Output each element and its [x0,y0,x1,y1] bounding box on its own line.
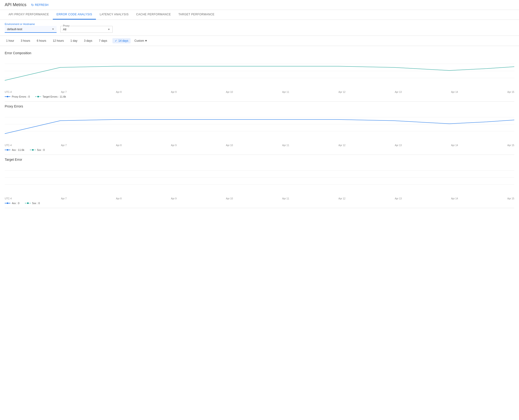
custom-label: Custom [134,39,144,42]
proxy-errors-section: Proxy Errors UTC-4 Apr 7 Apr 8 Apr 9 Apr… [5,105,514,155]
refresh-button[interactable]: ↻ REFRESH [31,3,48,7]
env-filter-label: Environment or Hostname [5,23,57,25]
error-composition-svg [5,57,514,85]
legend-proxy-errors-line-icon [5,95,10,98]
proxy-errors-legend: 4xx : 11.6k 5xx : 0 [5,149,514,151]
target-error-section: Target Error UTC-4 Apr 7 Apr 8 Apr 9 Apr… [5,158,514,208]
legend-4xx-label: 4xx : 11.6k [12,149,24,151]
legend-target-errors-label: Target Errors : 11.6k [42,95,66,98]
proxy-select-value: All [63,28,66,31]
tab-bar: API PROXY PERFORMANCE ERROR CODE ANALYSI… [0,10,519,20]
error-composition-legend: Proxy Errors : 0 Target Errors : 11.6k [5,95,514,98]
svg-point-18 [7,202,8,204]
error-composition-title: Error Composition [5,51,514,55]
legend-target-5xx: 5xx : 0 [25,202,40,205]
target-error-title: Target Error [5,158,514,161]
proxy-dropdown-icon: ▼ [108,28,110,31]
time-3hours[interactable]: 3 hours [19,38,32,43]
legend-target-4xx: 4xx : 0 [5,202,19,205]
legend-4xx: 4xx : 11.6k [5,149,24,151]
legend-5xx: 5xx : 0 [30,149,45,151]
legend-proxy-errors-label: Proxy Errors : 0 [12,95,30,98]
error-composition-chart [5,57,514,90]
tab-error-code[interactable]: ERROR CODE ANALYSIS [53,10,96,20]
refresh-icon: ↻ [31,3,34,7]
target-error-legend: 4xx : 0 5xx : 0 [5,202,514,205]
tab-target[interactable]: TARGET PERFORMANCE [175,10,218,20]
tab-api-proxy[interactable]: API PROXY PERFORMANCE [5,10,53,20]
page-title: API Metrics [5,2,26,7]
legend-5xx-label: 5xx : 0 [37,149,45,151]
proxy-select[interactable]: All ▼ [63,28,110,31]
error-composition-xaxis: UTC-4 Apr 7 Apr 8 Apr 9 Apr 10 Apr 11 Ap… [5,90,514,94]
legend-proxy-errors: Proxy Errors : 0 [5,95,30,98]
env-select-value: default-test [7,27,22,31]
svg-rect-20 [27,202,29,204]
proxy-errors-chart [5,110,514,143]
time-3days[interactable]: 3 days [83,38,94,43]
target-error-svg [5,163,514,192]
target-error-xaxis: UTC-4 Apr 7 Apr 8 Apr 9 Apr 10 Apr 11 Ap… [5,197,514,200]
time-7days[interactable]: 7 days [98,38,109,43]
tab-latency[interactable]: LATENCY ANALYSIS [96,10,132,20]
time-14days[interactable]: ✓ 14 days [113,38,131,43]
proxy-errors-title: Proxy Errors [5,105,514,108]
env-filter-group: Environment or Hostname default-test ▼ [5,23,57,33]
svg-rect-13 [32,149,33,151]
legend-5xx-line-icon [30,149,36,151]
legend-target-4xx-line-icon [5,202,10,205]
proxy-filter-group: Proxy All ▼ [60,26,113,33]
env-dropdown-icon: ▼ [52,28,54,30]
proxy-filter-label: Proxy [62,24,70,27]
time-12hours[interactable]: 12 hours [51,38,65,43]
legend-target-4xx-label: 4xx : 0 [12,202,19,205]
time-6hours[interactable]: 6 hours [35,38,48,43]
svg-point-4 [7,96,8,97]
legend-target-5xx-line-icon [25,202,31,205]
proxy-errors-xaxis: UTC-4 Apr 7 Apr 8 Apr 9 Apr 10 Apr 11 Ap… [5,143,514,147]
tab-cache[interactable]: CACHE PERFORMANCE [132,10,175,20]
check-icon: ✓ [115,39,117,42]
time-1hour[interactable]: 1 hour [5,38,15,43]
header: API Metrics ↻ REFRESH [0,0,519,10]
time-filters-row: 1 hour 3 hours 6 hours 12 hours 1 day 3 … [0,36,519,46]
legend-4xx-line-icon [5,149,10,151]
legend-target-errors: Target Errors : 11.6k [35,95,66,98]
time-custom[interactable]: Custom ▼ [134,39,147,42]
target-error-chart [5,163,514,196]
filters-row: Environment or Hostname default-test ▼ P… [0,20,519,36]
legend-target-5xx-label: 5xx : 0 [32,202,40,205]
proxy-errors-svg [5,110,514,138]
charts-container: Error Composition UTC-4 Apr 7 Apr 8 Apr … [0,46,519,213]
svg-point-11 [7,149,8,151]
env-select[interactable]: default-test ▼ [5,26,57,33]
svg-rect-6 [38,96,39,97]
time-1day[interactable]: 1 day [69,38,79,43]
refresh-label: REFRESH [35,3,48,7]
error-composition-section: Error Composition UTC-4 Apr 7 Apr 8 Apr … [5,51,514,102]
legend-target-errors-line-icon [35,95,41,98]
custom-dropdown-icon: ▼ [145,39,148,42]
